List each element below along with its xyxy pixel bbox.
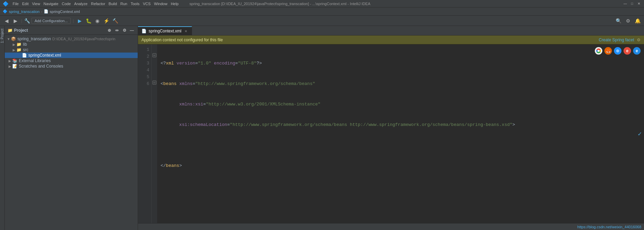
tree-lib-folder[interactable]: ▶ 📁 lib [5,42,138,47]
fold-icon-beans[interactable]: − [152,53,156,57]
code-line-3: xmlns:xsi="http://www.w3.org/2001/XMLSch… [161,101,641,108]
chrome-icon[interactable] [595,47,602,55]
profile-button[interactable]: ⚡ [102,17,110,25]
menu-bar: File Edit View Navigate Code Analyze Ref… [13,2,179,6]
add-configuration-button[interactable]: Add Configuration... [31,18,71,24]
navigate-forward-button[interactable]: ▶ [12,17,19,25]
tree-root-project[interactable]: ▼ 📦 spring_transcation D:\IDEA_IU_201924… [5,36,138,42]
project-settings-button[interactable]: ⚙ [121,27,127,33]
tree-arrow-scratches: ▶ [8,64,12,69]
project-panel-header: 📁 Project ⊕ ⇔ ⚙ — [5,26,138,35]
search-everywhere-button[interactable]: 🔍 [615,17,622,25]
status-bar: https://blog.csdn.net/weixin_44016068 [138,223,644,230]
tab-close-button[interactable]: ✕ [183,29,188,33]
new-file-button[interactable]: ⊕ [106,27,112,33]
menu-file[interactable]: File [13,2,19,6]
src-label: src [23,47,28,52]
toolbar: ◀ ▶ | 🔧 Add Configuration... | ▶ 🐛 ◉ ⚡ 🔨… [0,16,644,26]
fold-icon-beans-end[interactable]: − [152,81,156,85]
menu-view[interactable]: View [32,2,40,6]
tree-arrow-lib: ▶ [12,42,16,47]
external-libs-label: External Libraries [19,58,51,63]
code-line-6: </beans> [161,162,641,169]
browser-icons: 🦊 ⊕ e e [595,47,641,55]
menu-run[interactable]: Run [120,2,127,6]
window-controls: — □ ✕ [623,1,641,6]
code-line-4: xsi:schemaLocation="http://www.springfra… [161,121,641,128]
status-url: https://blog.csdn.net/weixin_44016068 [577,225,641,229]
root-project-path: D:\IDEA_IU_201924\javaProtect\sprin [52,37,115,41]
notification-settings-icon[interactable]: ⚙ [637,38,641,42]
toolbar-left: ◀ ▶ | 🔧 Add Configuration... | ▶ 🐛 ◉ ⚡ 🔨 [3,17,119,25]
left-side-panel: 1: Project [0,26,5,230]
breadcrumb-file[interactable]: springContext.xml [50,10,80,14]
menu-tools[interactable]: Tools [131,2,139,6]
fold-gutter: − − [152,44,157,223]
notification-actions: Create Spring facet ⚙ [599,38,641,42]
notification-text: Application context not configured for t… [141,38,223,42]
create-spring-facet-button[interactable]: Create Spring facet [599,38,634,42]
toolbar-right: 🔍 ⚙ 🔔 [615,17,641,25]
settings-button[interactable]: ⚙ [624,17,632,25]
code-line-2: <beans xmlns="http://www.springframework… [161,81,641,87]
firefox-icon[interactable]: 🦊 [604,47,612,55]
scratches-icon: 📝 [12,64,17,69]
safari-icon[interactable]: ⊕ [614,47,621,55]
debug-button[interactable]: 🐛 [85,17,92,25]
code-editor[interactable]: 1 2 3 4 5 6 − − <?xml version="1.0" enco… [138,44,644,223]
tree-src-folder[interactable]: ▶ 📁 src [5,47,138,53]
editor-tab-spring-context[interactable]: 📄 springContext.xml ✕ [138,26,192,35]
menu-help[interactable]: Help [171,2,179,6]
breadcrumb-project-icon: 🔷 [3,9,8,14]
minimize-button[interactable]: — [623,1,628,6]
notification-bar: Application context not configured for t… [138,35,644,44]
ie-icon[interactable]: e [624,47,631,55]
breadcrumb-sep: › [41,10,42,14]
tree-arrow-file [17,53,22,58]
menu-analyze[interactable]: Analyze [74,2,87,6]
breadcrumb: 🔷 spring_transcation › 📄 springContext.x… [0,8,644,16]
project-side-tab[interactable]: 1: Project [0,27,4,44]
menu-vcs[interactable]: VCS [143,2,151,6]
line-num-1: 1 [139,46,149,53]
hide-panel-button[interactable]: — [129,27,135,33]
file-tree: ▼ 📦 spring_transcation D:\IDEA_IU_201924… [5,35,138,230]
menu-window[interactable]: Window [154,2,167,6]
maximize-button[interactable]: □ [630,1,634,6]
menu-code[interactable]: Code [62,2,71,6]
tree-scratches[interactable]: ▶ 📝 Scratches and Consoles [5,63,138,69]
edge-icon[interactable]: e [633,47,641,55]
tree-arrow-root: ▼ [6,37,11,41]
code-line-5 [161,142,641,149]
line-num-3: 3 [139,60,149,67]
main-layout: 1: Project 📁 Project ⊕ ⇔ ⚙ — ▼ 📦 spring_… [0,26,644,230]
code-content[interactable]: <?xml version="1.0" encoding="UTF-8"?> <… [157,44,644,223]
coverage-button[interactable]: ◉ [94,17,101,25]
breadcrumb-project[interactable]: spring_transcation [9,10,40,14]
tab-file-icon: 📄 [141,29,147,33]
build-button[interactable]: 🔨 [111,17,119,25]
menu-edit[interactable]: Edit [22,2,29,6]
close-button[interactable]: ✕ [636,1,641,6]
scratches-label: Scratches and Consoles [19,64,63,69]
tree-spring-context[interactable]: 📄 springContext.xml [5,53,138,58]
menu-refactor[interactable]: Refactor [91,2,105,6]
folder-lib-icon: 📁 [16,42,22,47]
svg-point-2 [598,50,600,52]
spring-context-label: springContext.xml [28,53,61,58]
line-num-2: 2 [139,53,149,60]
line-num-4: 4 [139,67,149,74]
add-config-icon: 🔧 [24,18,30,24]
tab-filename: springContext.xml [149,29,181,33]
external-libs-icon: 📚 [12,58,17,63]
tree-external-libs[interactable]: ▶ 📚 External Libraries [5,58,138,63]
notifications-button[interactable]: 🔔 [634,17,641,25]
menu-build[interactable]: Build [109,2,117,6]
collapse-all-button[interactable]: ⇔ [114,27,120,33]
code-line-1: <?xml version="1.0" encoding="UTF-8"?> [161,60,641,67]
root-project-label: spring_transcation [17,37,51,41]
run-button[interactable]: ▶ [76,17,83,25]
navigate-back-button[interactable]: ◀ [3,17,10,25]
app-icon: 🔷 [3,1,9,6]
menu-navigate[interactable]: Navigate [43,2,58,6]
